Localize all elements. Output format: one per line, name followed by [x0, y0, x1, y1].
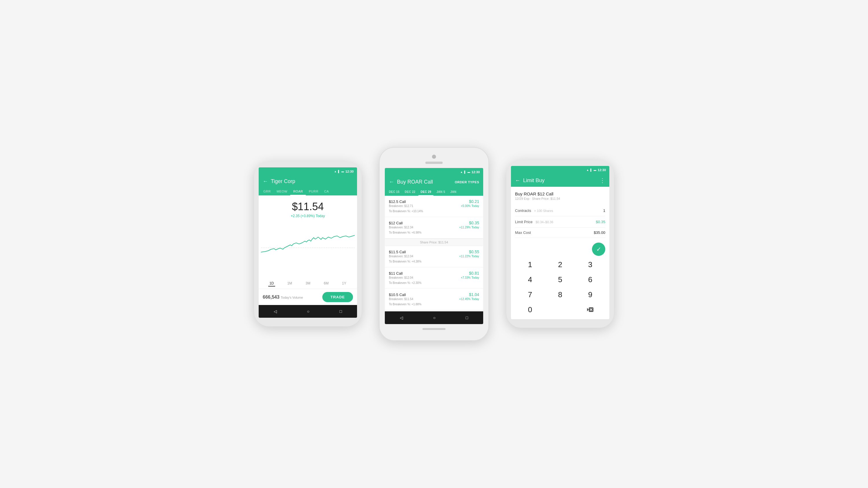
- phone2-time: 12:30: [472, 170, 480, 174]
- signal-icon2: ▌: [464, 170, 466, 173]
- phone2-order-types-button[interactable]: ORDER TYPES: [455, 181, 479, 184]
- nav-back-icon2[interactable]: ◁: [400, 316, 403, 320]
- contracts-value: 1: [603, 208, 605, 213]
- time-3m[interactable]: 3M: [304, 281, 312, 287]
- option-price-2: $0.55: [469, 250, 479, 254]
- tab-grr[interactable]: GRR: [260, 187, 274, 195]
- wifi-icon3: ▲: [587, 168, 589, 171]
- numpad-backspace[interactable]: [575, 302, 605, 317]
- time-1y[interactable]: 1Y: [341, 281, 347, 287]
- phone2-shell: ▲ ▌ ▬ 12:30 ← Buy ROAR Call ORDER TYPES …: [379, 147, 489, 341]
- option-tobreak-4: To Breakeven %: +1.88%: [389, 303, 422, 306]
- tab-ca[interactable]: CA: [321, 187, 332, 195]
- time-1d[interactable]: 1D: [268, 281, 275, 287]
- tab-meow[interactable]: MEOW: [274, 187, 290, 195]
- option-item-3[interactable]: $11 Call $0.81 Breakeven: $12.04 +7.33% …: [385, 267, 483, 289]
- volume-number: 666,543: [263, 295, 279, 299]
- phone2-date-tabs: DEC 15 DEC 22 DEC 29 JAN 5 JAN: [385, 188, 483, 196]
- checkmark-icon: ✓: [596, 246, 601, 253]
- option-name-0: $12.5 Call: [389, 199, 406, 204]
- option-change-0: +5.00% Today: [461, 204, 479, 207]
- scene: ▲ ▌ ▬ 12:30 ← Tiger Corp GRR MEOW ROAR P…: [0, 0, 868, 488]
- nav-home-icon2[interactable]: ○: [433, 316, 435, 320]
- numpad-3[interactable]: 3: [575, 257, 605, 272]
- phone2-header-title: Buy ROAR Call: [397, 179, 452, 185]
- phone3-header-title: Limit Buy: [523, 177, 597, 184]
- order-form: Buy ROAR $12 Call 12/29 Exp · Share Pric…: [511, 187, 609, 319]
- battery-icon2: ▬: [468, 170, 470, 173]
- option-name-2: $11.5 Call: [389, 250, 406, 254]
- max-cost-label: Max Cost: [515, 230, 531, 235]
- numpad-0[interactable]: 0: [515, 302, 545, 317]
- phone2-bottom-bar: [423, 328, 445, 330]
- limit-price-label: Limit Price: [515, 220, 533, 224]
- numpad-7[interactable]: 7: [515, 287, 545, 302]
- option-breakeven-0: Breakeven: $12.71: [389, 204, 413, 207]
- contracts-label: Contracts: [515, 208, 531, 213]
- battery-icon: ▬: [341, 170, 344, 173]
- phone3-shell: ▲ ▌ ▬ 12:30 ← Limit Buy ⋮ Buy ROAR $12 C…: [506, 160, 614, 328]
- tab-purr[interactable]: PURR: [306, 187, 321, 195]
- wifi-icon2: ▲: [460, 170, 463, 173]
- date-jan5[interactable]: JAN 5: [434, 188, 447, 196]
- order-subtitle: 12/29 Exp · Share Price: $11.54: [515, 197, 605, 200]
- phone2-screen: ▲ ▌ ▬ 12:30 ← Buy ROAR Call ORDER TYPES …: [385, 168, 483, 324]
- numpad-8[interactable]: 8: [545, 287, 575, 302]
- option-breakeven-4: Breakeven: $11.54: [389, 297, 413, 301]
- option-price-1: $0.35: [469, 221, 479, 225]
- option-breakeven-2: Breakeven: $12.04: [389, 255, 413, 258]
- numpad-2[interactable]: 2: [545, 257, 575, 272]
- tab-roar[interactable]: ROAR: [290, 187, 306, 195]
- date-dec22[interactable]: DEC 22: [402, 188, 418, 196]
- numpad-9[interactable]: 9: [575, 287, 605, 302]
- limit-price-value: $0.35: [596, 220, 605, 224]
- phone3-header: ← Limit Buy ⋮: [511, 174, 609, 187]
- phone2-android-nav: ◁ ○ □: [385, 312, 483, 324]
- option-tobreak-0: To Breakeven %: +10.14%: [389, 209, 423, 213]
- nav-back-icon[interactable]: ◁: [274, 309, 277, 314]
- phone1-back-button[interactable]: ←: [263, 178, 268, 185]
- phone1-screen: ▲ ▌ ▬ 12:30 ← Tiger Corp GRR MEOW ROAR P…: [259, 167, 357, 318]
- date-dec15[interactable]: DEC 15: [386, 188, 402, 196]
- option-breakeven-3: Breakeven: $12.04: [389, 276, 413, 279]
- time-6m[interactable]: 6M: [322, 281, 330, 287]
- date-dec29[interactable]: DEC 29: [418, 188, 434, 196]
- chart-area: [259, 221, 357, 279]
- phone3-time: 12:30: [598, 168, 606, 172]
- phone1-ticker-tabs: GRR MEOW ROAR PURR CA: [259, 187, 357, 195]
- confirm-button[interactable]: ✓: [592, 242, 605, 256]
- trade-button[interactable]: TRADE: [322, 292, 353, 302]
- option-tobreak-2: To Breakeven %: +4.38%: [389, 260, 422, 263]
- phone1-bottom-bar: 666,543 Today's Volume TRADE: [259, 289, 357, 305]
- numpad-1[interactable]: 1: [515, 257, 545, 272]
- numpad-5[interactable]: 5: [545, 272, 575, 287]
- nav-home-icon[interactable]: ○: [307, 309, 309, 314]
- phone3-menu-button[interactable]: ⋮: [599, 177, 605, 184]
- option-item-2[interactable]: $11.5 Call $0.55 Breakeven: $12.04 +11.2…: [385, 246, 483, 267]
- date-jan[interactable]: JAN: [448, 188, 459, 196]
- nav-recent-icon2[interactable]: □: [466, 316, 468, 320]
- option-change-3: +7.33% Today: [461, 276, 479, 279]
- phone3-status-icons: ▲ ▌ ▬ 12:30: [587, 168, 606, 172]
- numpad-4[interactable]: 4: [515, 272, 545, 287]
- option-change-2: +11.22% Today: [459, 255, 479, 258]
- phone1-time-tabs: 1D 1M 3M 6M 1Y: [259, 279, 357, 289]
- wifi-icon: ▲: [334, 170, 337, 173]
- option-price-3: $0.81: [469, 271, 479, 275]
- option-change-1: +11.29% Today: [459, 226, 479, 229]
- stock-price: $11.54: [263, 201, 353, 213]
- option-name-1: $12 Call: [389, 221, 403, 225]
- option-item-0[interactable]: $12.5 Call $0.21 Breakeven: $12.71 +5.00…: [385, 196, 483, 217]
- nav-recent-icon[interactable]: □: [340, 309, 342, 314]
- option-item-1[interactable]: $12 Call $0.35 Breakeven: $12.34 +11.29%…: [385, 217, 483, 238]
- phone3-back-button[interactable]: ←: [515, 177, 520, 184]
- option-item-4[interactable]: $10.5 Call $1.04 Breakeven: $11.54 +12.4…: [385, 289, 483, 310]
- option-name-3: $11 Call: [389, 271, 403, 275]
- numpad: 1 2 3 4 5 6 7 8 9 0: [515, 257, 605, 319]
- stock-change: +2.35 (+3.89%) Today: [263, 214, 353, 218]
- numpad-6[interactable]: 6: [575, 272, 605, 287]
- share-price-divider: Share Price: $11.54: [385, 238, 483, 246]
- limit-price-label-group: Limit Price $0.34–$0.36: [515, 219, 553, 224]
- time-1m[interactable]: 1M: [286, 281, 293, 287]
- phone2-back-button[interactable]: ←: [389, 179, 394, 185]
